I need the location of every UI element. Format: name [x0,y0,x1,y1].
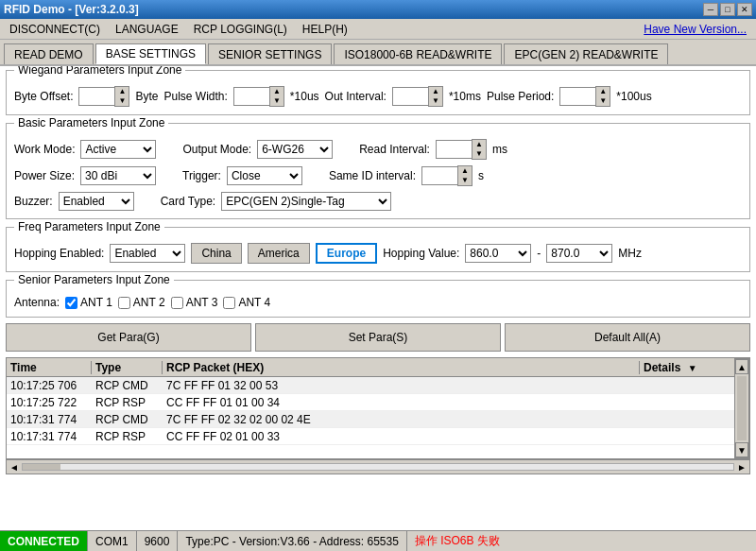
h-scroll-left-button[interactable]: ◄ [7,459,22,474]
ant2-checkbox[interactable] [118,297,130,309]
log-scroll-inner: Time Type RCP Packet (HEX) Details ▼ 10:… [7,358,734,458]
pulse-width-down[interactable]: ▼ [270,96,284,106]
same-id-down[interactable]: ▼ [458,176,472,185]
ant3-label: ANT 3 [186,296,218,309]
tab-epc-gen2[interactable]: EPC(GEN 2) READ&WRITE [504,43,668,64]
menu-help[interactable]: HELP(H) [295,20,355,39]
maximize-button[interactable]: □ [720,3,735,16]
cell-time-1: 10:17:25 722 [7,396,92,409]
byte-offset-down[interactable]: ▼ [115,96,129,106]
window-controls: ─ □ ✕ [703,3,752,16]
out-interval-up[interactable]: ▲ [429,87,442,96]
hopping-value-from-select[interactable]: 860.0 840.0 [465,244,531,263]
scroll-thumb[interactable] [737,376,747,440]
china-button[interactable]: China [191,243,241,264]
europe-button[interactable]: Europe [316,243,377,264]
pulse-width-input[interactable]: 10 [233,87,269,106]
close-button[interactable]: ✕ [737,3,752,16]
sort-icon[interactable]: ▼ [684,363,701,373]
byte-offset-spinner: 0 ▲ ▼ [78,86,129,107]
col-details: Details ▼ [640,361,734,374]
pulse-period-down[interactable]: ▼ [596,96,610,106]
out-interval-unit: *10ms [449,90,481,103]
h-scroll-thumb[interactable] [23,464,60,470]
read-interval-down[interactable]: ▼ [472,149,486,159]
america-button[interactable]: America [248,243,310,264]
card-type-select[interactable]: EPC(GEN 2)Single-Tag EPC(GEN 2)Multi-Tag… [221,192,391,211]
ant4-label: ANT 4 [238,296,270,309]
basic-params-zone-title: Basic Parameters Input Zone [14,116,168,129]
get-para-button[interactable]: Get Para(G) [6,323,251,352]
byte-offset-input[interactable]: 0 [78,87,114,106]
cell-time-2: 10:17:31 774 [7,413,92,426]
out-interval-input[interactable]: 30 [392,87,428,106]
tab-read-demo[interactable]: READ DEMO [4,43,94,64]
tab-bar: READ DEMO BASE SETTINGS SENIOR SETTINGS … [0,40,756,66]
ant1-item: ANT 1 [65,296,112,309]
set-para-button[interactable]: Set Para(S) [255,323,501,352]
log-header: Time Type RCP Packet (HEX) Details ▼ [7,358,734,377]
work-mode-select[interactable]: Active Trigger [80,140,156,159]
out-interval-spinner: 30 ▲ ▼ [392,86,443,107]
out-interval-down[interactable]: ▼ [429,96,442,106]
status-connected: CONNECTED [0,531,88,551]
default-all-button[interactable]: Default All(A) [505,323,750,352]
minimize-button[interactable]: ─ [703,3,718,16]
menu-rcp-logging[interactable]: RCP LOGGING(L) [186,20,295,39]
scroll-up-button[interactable]: ▲ [735,359,748,374]
pulse-period-input[interactable]: 15 [559,87,595,106]
freq-form-row: Hopping Enabled: Enabled Disabled China … [14,243,742,264]
ant4-checkbox[interactable] [223,297,235,309]
wiegand-zone-title: Wiegand Parameters Input Zone [14,66,185,77]
ant4-item: ANT 4 [223,296,270,309]
log-scroll-wrap: Time Type RCP Packet (HEX) Details ▼ 10:… [7,358,749,458]
have-new-version-link[interactable]: Have New Version... [644,23,754,36]
basic-params-zone: Basic Parameters Input Zone Work Mode: A… [6,123,750,219]
hopping-value-to-select[interactable]: 870.0 860.0 [546,244,612,263]
menu-language[interactable]: LANGUAGE [108,20,186,39]
ant1-label: ANT 1 [80,296,112,309]
tab-iso18000[interactable]: ISO18000-6B READ&WRITE [334,43,502,64]
freq-params-zone: Freq Parameters Input Zone Hopping Enabl… [6,227,750,272]
pulse-width-spinner: 10 ▲ ▼ [233,86,284,107]
hopping-enabled-select[interactable]: Enabled Disabled [110,244,185,263]
cell-type-1: RCP RSP [92,396,163,409]
pulse-width-spinner-btns: ▲ ▼ [269,86,284,107]
out-interval-spinner-btns: ▲ ▼ [428,86,443,107]
same-id-interval-spinner-btns: ▲ ▼ [457,165,472,186]
same-id-interval-label: Same ID interval: [329,169,416,182]
menu-disconnect[interactable]: DISCONNECT(C) [2,20,108,39]
hopping-value-dash: - [537,247,541,260]
col-type: Type [92,361,163,374]
ant1-checkbox[interactable] [65,297,77,309]
antenna-label: Antenna: [14,296,60,309]
power-size-select[interactable]: 30 dBi 27 dBi 24 dBi [80,166,156,185]
pulse-period-up[interactable]: ▲ [596,87,610,96]
byte-offset-up[interactable]: ▲ [115,87,129,96]
scroll-down-button[interactable]: ▼ [735,442,748,457]
wiegand-form-row: Byte Offset: 0 ▲ ▼ Byte Pulse Width: 10 … [14,86,742,107]
main-content: Wiegand Parameters Input Zone Byte Offse… [0,66,756,530]
same-id-interval-input[interactable]: 1 [421,166,457,185]
tab-base-settings[interactable]: BASE SETTINGS [95,43,206,64]
tab-senior-settings[interactable]: SENIOR SETTINGS [208,43,332,64]
pulse-width-up[interactable]: ▲ [270,87,284,96]
pulse-period-label: Pulse Period: [487,90,554,103]
cell-packet-3: CC FF FF 02 01 00 33 [163,430,640,443]
same-id-unit: s [478,169,484,182]
power-size-label: Power Size: [14,169,75,182]
basic-row1: Work Mode: Active Trigger Output Mode: 6… [14,139,742,160]
same-id-up[interactable]: ▲ [458,166,472,176]
read-interval-input[interactable]: 10 [436,140,472,159]
ant3-checkbox[interactable] [171,297,183,309]
buzzer-select[interactable]: Enabled Disabled [59,192,134,211]
output-mode-select[interactable]: 6-WG26 6-WG34 RS232 [257,140,333,159]
status-version: Type:PC - Version:V3.66 - Address: 65535 [178,531,406,551]
app-window: RFID Demo - [Ver:3.2.0.3] ─ □ ✕ DISCONNE… [0,0,756,551]
h-scroll-right-button[interactable]: ► [734,459,749,474]
log-row: 10:17:31 774 RCP RSP CC FF FF 02 01 00 3… [7,428,734,445]
wiegand-zone: Wiegand Parameters Input Zone Byte Offse… [6,70,750,115]
read-interval-up[interactable]: ▲ [472,140,486,149]
hopping-enabled-label: Hopping Enabled: [14,247,104,260]
trigger-select[interactable]: Close Open [227,166,302,185]
